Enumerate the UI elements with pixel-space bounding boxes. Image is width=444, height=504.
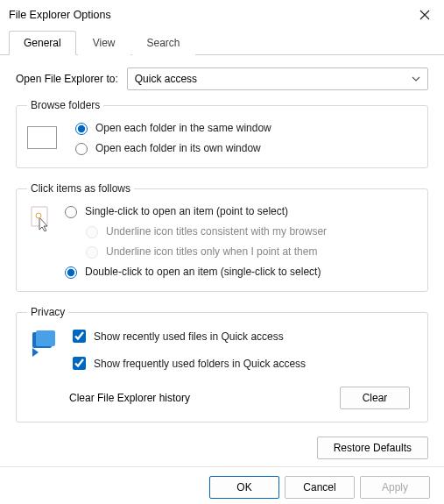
- open-to-label: Open File Explorer to:: [16, 73, 118, 85]
- browse-legend: Browse folders: [27, 99, 103, 111]
- radio-double-click[interactable]: [65, 266, 77, 279]
- radio-own-label: Open each folder in its own window: [95, 142, 261, 154]
- radio-single-click[interactable]: [65, 206, 77, 218]
- close-icon: [419, 10, 430, 20]
- open-to-select[interactable]: Quick access: [127, 67, 428, 90]
- click-items-group: Click items as follows Single-click to o…: [16, 182, 428, 292]
- chk-recent-label: Show recently used files in Quick access: [94, 330, 284, 343]
- underline-browser-label: Underline icon titles consistent with my…: [106, 225, 327, 238]
- open-to-value: Quick access: [135, 73, 197, 85]
- privacy-group: Privacy Show recently used files in Quic…: [16, 306, 428, 422]
- chevron-down-icon: [412, 76, 420, 82]
- privacy-icon: [27, 327, 59, 358]
- radio-underline-point: [86, 246, 98, 259]
- apply-button[interactable]: Apply: [360, 476, 430, 499]
- chk-recent-files[interactable]: [73, 330, 86, 343]
- cancel-button[interactable]: Cancel: [285, 476, 355, 499]
- tab-search[interactable]: Search: [132, 31, 195, 55]
- radio-own-window[interactable]: [75, 143, 88, 155]
- radio-underline-browser: [86, 226, 98, 238]
- chk-frequent-label: Show frequently used folders in Quick ac…: [94, 358, 306, 370]
- folder-icon: [27, 126, 57, 149]
- underline-point-label: Underline icon titles only when I point …: [106, 245, 317, 258]
- restore-defaults-button[interactable]: Restore Defaults: [317, 437, 428, 459]
- click-legend: Click items as follows: [27, 182, 134, 195]
- clear-button[interactable]: Clear: [340, 387, 410, 409]
- window-title: File Explorer Options: [9, 9, 111, 21]
- click-icon: [27, 203, 52, 231]
- radio-same-label: Open each folder in the same window: [95, 122, 271, 134]
- tab-view[interactable]: View: [78, 31, 130, 55]
- clear-history-label: Clear File Explorer history: [69, 392, 190, 404]
- radio-same-window[interactable]: [75, 123, 88, 135]
- ok-button[interactable]: OK: [209, 476, 279, 499]
- browse-folders-group: Browse folders Open each folder in the s…: [16, 99, 428, 168]
- privacy-legend: Privacy: [27, 306, 68, 318]
- radio-double-label: Double-click to open an item (single-cli…: [85, 266, 321, 278]
- tab-strip: General View Search: [0, 30, 444, 55]
- tab-general[interactable]: General: [9, 31, 76, 55]
- chk-frequent-folders[interactable]: [73, 357, 86, 370]
- close-button[interactable]: [412, 5, 437, 25]
- radio-single-label: Single-click to open an item (point to s…: [85, 205, 288, 217]
- svg-rect-3: [36, 330, 55, 346]
